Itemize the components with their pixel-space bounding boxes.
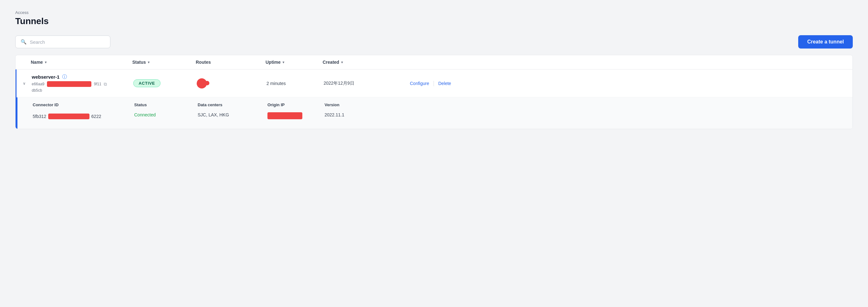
tunnel-id-line2: db5cb (32, 88, 133, 93)
connector-id-suffix: 6222 (91, 114, 101, 119)
expand-button[interactable]: ∨ (17, 81, 32, 86)
connector-dc-col: SJC, LAX, HKG (198, 112, 268, 121)
delete-link[interactable]: Delete (434, 81, 455, 86)
col-header-routes: Routes (196, 60, 266, 65)
col-header-actions (405, 60, 852, 65)
connector-id-prefix: 5fb312 (33, 114, 46, 119)
tunnel-id-prefix: e66aa9 (32, 82, 44, 86)
connector-id-redacted (48, 114, 90, 119)
connector-values-row: 5fb312 6222 Connected SJC, LAX, HKG 2022… (33, 112, 852, 121)
col-header-expand (16, 60, 31, 65)
col-header-created: Created ▼ (323, 60, 405, 65)
col-header-uptime: Uptime ▼ (266, 60, 323, 65)
search-icon: 🔍 (21, 39, 27, 45)
info-icon[interactable]: ⓘ (62, 74, 67, 80)
breadcrumb: Access (15, 10, 853, 15)
col-header-name: Name ▼ (31, 60, 132, 65)
status-badge: ACTIVE (133, 79, 160, 87)
tunnels-table: Name ▼ Status ▼ Routes Uptime ▼ Created … (15, 55, 853, 129)
status-sort-icon[interactable]: ▼ (147, 61, 150, 64)
tunnel-name-col: webserver-1 ⓘ e66aa9 9f11 ⧉ db5cb (32, 74, 133, 93)
created-sort-icon[interactable]: ▼ (340, 61, 344, 64)
copy-icon[interactable]: ⧉ (104, 82, 107, 87)
page-title: Tunnels (15, 16, 853, 26)
tunnel-id-suffix: 9f11 (94, 82, 101, 86)
configure-link[interactable]: Configure (406, 81, 433, 86)
chevron-down-icon: ∨ (23, 81, 26, 86)
tunnel-id-row: e66aa9 9f11 ⧉ (32, 81, 133, 87)
connector-dc-header: Data centers (198, 102, 268, 109)
connector-version-col: 2022.11.1 (324, 112, 407, 121)
name-sort-icon[interactable]: ▼ (44, 61, 47, 64)
connector-origin-col (268, 112, 324, 121)
connector-status-header: Status (134, 102, 198, 109)
search-box: 🔍 (15, 35, 111, 48)
col-header-status: Status ▼ (132, 60, 196, 65)
connector-status-col: Connected (134, 112, 198, 121)
uptime-sort-icon[interactable]: ▼ (282, 61, 285, 64)
tunnel-actions-col: Configure | Delete (406, 80, 852, 87)
connector-version-header: Version (324, 102, 407, 109)
table-header-row: Name ▼ Status ▼ Routes Uptime ▼ Created … (16, 55, 852, 69)
route-indicator (197, 78, 207, 89)
create-tunnel-button[interactable]: Create a tunnel (798, 35, 853, 49)
tunnel-main-row: ∨ webserver-1 ⓘ e66aa9 9f11 ⧉ db5cb ACTI… (17, 69, 852, 97)
connector-header-row: Connector ID Status Data centers Origin … (33, 102, 852, 109)
tunnel-routes-col (197, 78, 267, 89)
origin-ip-redacted (268, 112, 302, 119)
tunnel-row: ∨ webserver-1 ⓘ e66aa9 9f11 ⧉ db5cb ACTI… (16, 69, 852, 129)
tunnel-status-col: ACTIVE (133, 79, 197, 87)
tunnel-created-col: 2022年12月9日 (323, 81, 406, 86)
connector-origin-header: Origin IP (268, 102, 324, 109)
connector-section: Connector ID Status Data centers Origin … (17, 97, 852, 129)
tunnel-uptime-col: 2 minutes (267, 81, 323, 86)
connector-id-col: 5fb312 6222 (33, 112, 134, 121)
connector-id-header: Connector ID (33, 102, 134, 109)
tunnel-name: webserver-1 (32, 74, 60, 80)
tunnel-id-redacted (47, 81, 91, 87)
search-input[interactable] (30, 39, 105, 45)
